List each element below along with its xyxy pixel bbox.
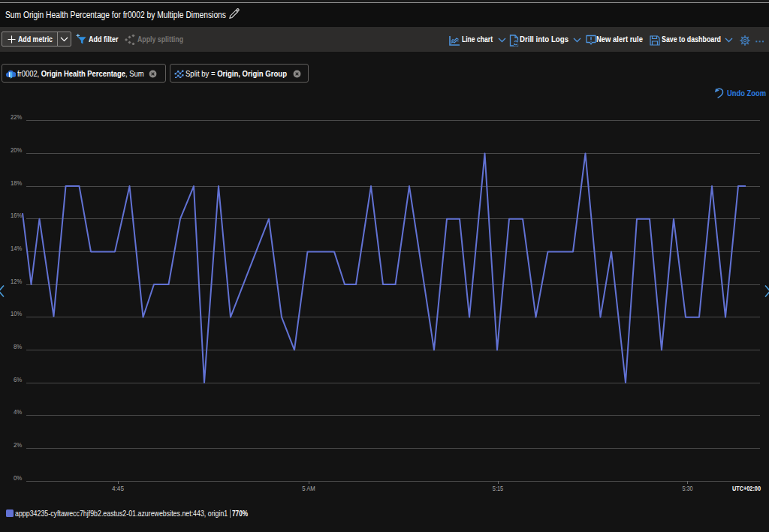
svg-text:22%: 22% — [11, 113, 22, 121]
svg-text:12%: 12% — [11, 278, 22, 285]
svg-text:5 AM: 5 AM — [302, 485, 315, 492]
svg-text:0%: 0% — [14, 474, 22, 482]
svg-text:8%: 8% — [14, 343, 22, 350]
svg-text:10%: 10% — [11, 310, 22, 317]
svg-text:UTC+02:00: UTC+02:00 — [732, 485, 761, 492]
svg-text:5:30: 5:30 — [682, 485, 692, 492]
svg-text:6%: 6% — [14, 376, 22, 383]
svg-text:2%: 2% — [14, 441, 22, 449]
svg-text:14%: 14% — [11, 245, 22, 252]
svg-text:5:15: 5:15 — [493, 485, 503, 492]
svg-text:18%: 18% — [11, 179, 22, 187]
svg-text:20%: 20% — [11, 146, 22, 154]
svg-text:16%: 16% — [11, 212, 22, 219]
svg-text:4%: 4% — [14, 408, 22, 416]
svg-text:4:45: 4:45 — [112, 485, 124, 492]
